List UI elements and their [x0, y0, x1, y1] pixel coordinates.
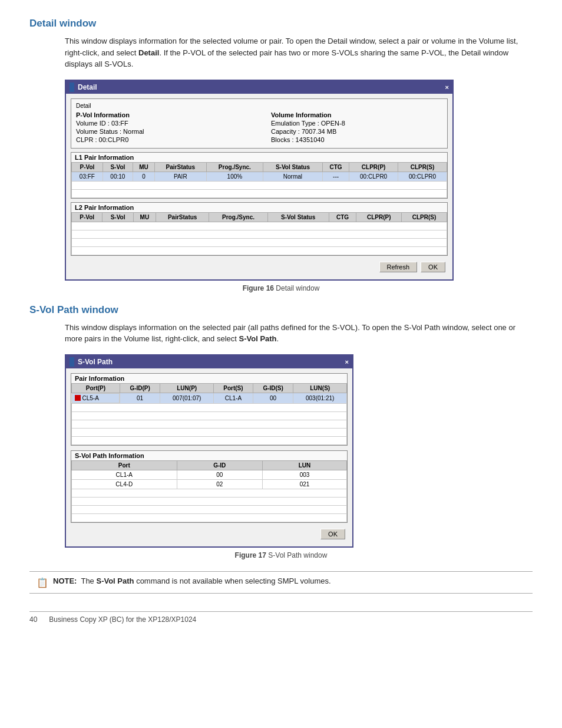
svol-win-color-bar	[70, 357, 74, 367]
l1-th-svol: S-Vol	[103, 162, 133, 172]
svol-win-title: S-Vol Path	[78, 358, 113, 366]
svol-portp-val: CL5-A	[72, 393, 120, 403]
l2-th-progsync: Prog./Sync.	[209, 212, 267, 222]
l1-th-clprp: CLPR(P)	[349, 162, 398, 172]
svol-gidp-val: 01	[120, 393, 160, 403]
detail-pvol-label: P-Vol Information	[76, 111, 247, 118]
note-text-pre: The	[81, 577, 96, 585]
l2-th-mu: MU	[133, 212, 156, 222]
l1-th-clprs: CLPR(S)	[398, 162, 447, 172]
svol-pair-info-section: Pair Information Port(P) G-ID(P) LUN(P) …	[71, 373, 348, 446]
svol-path-empty-3	[72, 505, 347, 513]
svol-win-title-area: S-Vol Path	[70, 357, 113, 367]
svol-path-gid-0: 00	[177, 470, 262, 479]
l2-pair-table: P-Vol S-Vol MU PairStatus Prog./Sync. S-…	[71, 212, 447, 255]
svol-th-lunp: LUN(P)	[160, 383, 214, 393]
svol-intro-text2: .	[277, 334, 279, 343]
l2-empty-row-3	[72, 238, 447, 246]
detail-window-heading: Detail window	[29, 18, 533, 29]
note-text: NOTE: The S-Vol Path command is not avai…	[53, 577, 331, 585]
l1-pair-section-title: L1 Pair Information	[71, 153, 447, 162]
detail-intro-bold: Detail	[138, 48, 159, 57]
svol-th-luns: LUN(S)	[293, 383, 347, 393]
svol-intro-bold: S-Vol Path	[239, 334, 277, 343]
svol-intro-text1: This window displays information on the …	[65, 323, 515, 344]
l2-th-svol: S-Vol	[103, 212, 133, 222]
svol-win-buttons: OK	[71, 526, 348, 542]
detail-vol-info-label: Volume Information	[271, 111, 442, 118]
svol-path-port-1: CL4-D	[72, 479, 177, 489]
page-footer: 40 Business Copy XP (BC) for the XP128/X…	[29, 611, 533, 624]
svol-win-body: Pair Information Port(P) G-ID(P) LUN(P) …	[66, 368, 352, 546]
svol-pair-data-row-0: CL5-A 01 007(01:07) CL1-A 00 003(01:21)	[72, 393, 347, 403]
note-bold: S-Vol Path	[96, 577, 134, 585]
svol-pair-empty-1	[72, 403, 347, 411]
svol-path-heading: S-Vol Path window	[29, 304, 533, 316]
l1-empty-row-1	[72, 181, 447, 189]
detail-refresh-button[interactable]: Refresh	[379, 262, 418, 272]
detail-clpr: CLPR : 00:CLPR0	[76, 136, 247, 143]
note-icon: 📋	[37, 577, 48, 588]
l1-th-svolstatus: S-Vol Status	[263, 162, 322, 172]
detail-win-title: Detail	[78, 83, 97, 91]
svol-icon	[75, 395, 81, 401]
l1-pairstatus-val: PAIR	[154, 172, 206, 181]
svol-path-table: Port G-ID LUN CL1-A 00 003	[71, 460, 347, 522]
svol-th-gids: G-ID(S)	[253, 383, 293, 393]
detail-figure-text: Detail window	[276, 284, 319, 292]
l1-progsync-val: 100%	[206, 172, 263, 181]
l1-ctg-val: ---	[322, 172, 349, 181]
detail-pvol-col: P-Vol Information Volume ID : 03:FF Volu…	[76, 111, 247, 144]
svol-figure-caption: Figure 17 S-Vol Path window	[29, 551, 533, 559]
detail-volume-status: Volume Status : Normal	[76, 128, 247, 135]
svol-path-th-gid: G-ID	[177, 460, 262, 470]
l1-pvol-val: 03:FF	[72, 172, 103, 181]
detail-vol-info-col: Volume Information Emulation Type : OPEN…	[271, 111, 442, 144]
l2-empty-row-2	[72, 230, 447, 238]
svol-path-th-lun: LUN	[262, 460, 346, 470]
svol-path-header-row: Port G-ID LUN	[72, 460, 347, 470]
detail-main-section: Detail P-Vol Information Volume ID : 03:…	[71, 98, 448, 149]
l1-clprs-val: 00:CLPR0	[398, 172, 447, 181]
detail-blocks: Blocks : 14351040	[271, 136, 442, 143]
detail-win-close[interactable]: ×	[445, 84, 449, 91]
svol-ports-val: CL1-A	[213, 393, 253, 403]
svol-figure-label: Figure 17	[235, 551, 266, 559]
svol-gids-val: 00	[253, 393, 293, 403]
note-box: 📋 NOTE: The S-Vol Path command is not av…	[29, 571, 533, 594]
l1-th-ctg: CTG	[322, 162, 349, 172]
l2-empty-row-4	[72, 246, 447, 255]
svol-path-info-section: S-Vol Path Information Port G-ID LUN	[71, 450, 348, 523]
l1-header-row: P-Vol S-Vol MU PairStatus Prog./Sync. S-…	[72, 162, 447, 172]
detail-ok-button[interactable]: OK	[421, 262, 445, 272]
detail-emulation-type: Emulation Type : OPEN-8	[271, 120, 442, 127]
detail-win-title-area: Detail	[70, 83, 97, 92]
svol-figure-text: S-Vol Path window	[268, 551, 327, 559]
l1-svolstatus-val: Normal	[263, 172, 322, 181]
svol-lunp-val: 007(01:07)	[160, 393, 214, 403]
l2-th-clprs: CLPR(S)	[402, 212, 447, 222]
svol-pair-empty-3	[72, 420, 347, 428]
svol-path-empty-1	[72, 489, 347, 497]
l1-th-mu: MU	[133, 162, 154, 172]
svol-path-th-port: Port	[72, 460, 177, 470]
svol-win: S-Vol Path × Pair Information Port(P) G-…	[65, 354, 353, 548]
l2-pair-section-title: L2 Pair Information	[71, 203, 447, 212]
l1-data-row-0: 03:FF 00:10 0 PAIR 100% Normal --- 00:CL…	[72, 172, 447, 181]
svol-ok-button[interactable]: OK	[320, 529, 345, 539]
svol-win-close[interactable]: ×	[345, 358, 349, 365]
svol-path-port-0: CL1-A	[72, 470, 177, 479]
footer-product: Business Copy XP (BC) for the XP128/XP10…	[49, 615, 196, 624]
svol-path-empty-2	[72, 497, 347, 505]
l2-header-row: P-Vol S-Vol MU PairStatus Prog./Sync. S-…	[72, 212, 447, 222]
page-container: Detail window This window displays infor…	[0, 0, 562, 647]
svol-th-portp: Port(P)	[72, 383, 120, 393]
svol-win-titlebar: S-Vol Path ×	[66, 355, 352, 368]
l1-clprp-val: 00:CLPR0	[349, 172, 398, 181]
l1-th-progsync: Prog./Sync.	[206, 162, 263, 172]
svol-path-empty-4	[72, 513, 347, 522]
svol-path-data-row-1: CL4-D 02 021	[72, 479, 347, 489]
l2-th-ctg: CTG	[329, 212, 356, 222]
l1-empty-row-2	[72, 189, 447, 197]
l1-svol-val: 00:10	[103, 172, 133, 181]
